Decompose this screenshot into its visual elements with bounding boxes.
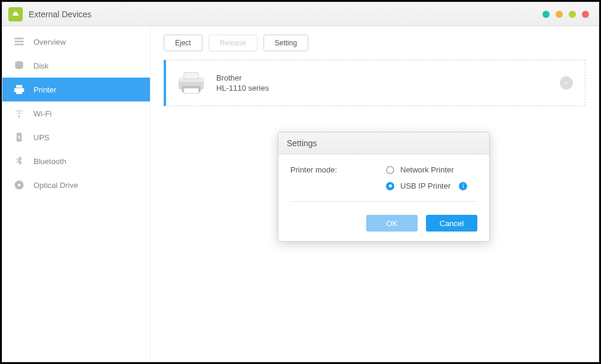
svg-rect-4 — [15, 44, 24, 45]
sidebar-item-printer[interactable]: Printer — [2, 78, 150, 101]
window-title: External Devices — [29, 10, 91, 19]
sidebar-item-overview[interactable]: Overview — [2, 30, 150, 54]
sidebar-item-label: UPS — [33, 133, 50, 142]
device-row[interactable]: Brother HL-1110 series — [164, 60, 585, 106]
svg-rect-3 — [15, 41, 24, 42]
sidebar-item-disk[interactable]: Disk — [2, 54, 150, 78]
window-dot-lime[interactable] — [569, 11, 576, 18]
dialog-title: Settings — [278, 132, 489, 155]
svg-rect-2 — [15, 38, 24, 39]
release-button: Release — [208, 35, 257, 51]
chevron-down-icon[interactable] — [560, 76, 573, 90]
window-dot-orange[interactable] — [556, 11, 563, 18]
window-dot-teal[interactable] — [542, 11, 550, 18]
sidebar-item-label: Printer — [33, 85, 56, 94]
sidebar-item-bluetooth[interactable]: Bluetooth — [2, 149, 150, 173]
overview-icon — [13, 36, 25, 48]
svg-rect-0 — [13, 13, 18, 15]
info-icon[interactable]: i — [459, 182, 467, 190]
cancel-button[interactable]: Cancel — [426, 215, 477, 232]
optical-icon — [13, 179, 25, 191]
disk-icon — [13, 60, 25, 72]
printer-mode-label: Printer mode: — [290, 165, 386, 190]
settings-dialog: Settings Printer mode: Network Printer U… — [278, 132, 490, 242]
device-model: HL-1110 series — [216, 84, 269, 92]
window-controls — [542, 11, 593, 18]
radio-checked-icon — [386, 182, 394, 190]
printer-icon — [13, 84, 25, 95]
ups-icon — [13, 131, 25, 143]
option-usb-ip-printer[interactable]: USB IP Printer i — [386, 181, 467, 190]
sidebar-item-wifi[interactable]: Wi-Fi — [2, 101, 150, 125]
sidebar-item-label: Disk — [33, 61, 48, 70]
device-printer-icon — [174, 69, 208, 97]
sidebar-item-optical[interactable]: Optical Drive — [2, 173, 150, 197]
setting-button[interactable]: Setting — [263, 35, 308, 51]
option-network-printer[interactable]: Network Printer — [386, 165, 467, 174]
device-text: Brother HL-1110 series — [216, 73, 269, 92]
eject-button[interactable]: Eject — [164, 35, 203, 51]
option-label: USB IP Printer — [400, 181, 450, 190]
svg-point-5 — [15, 61, 23, 64]
dialog-separator — [290, 201, 477, 202]
sidebar: Overview Disk Printer Wi-Fi — [2, 26, 151, 362]
svg-rect-13 — [184, 88, 199, 94]
svg-point-8 — [18, 184, 20, 186]
wifi-icon — [13, 107, 25, 119]
sidebar-item-ups[interactable]: UPS — [2, 125, 150, 149]
toolbar: Eject Release Setting — [164, 35, 585, 51]
titlebar: External Devices — [2, 2, 599, 26]
bluetooth-icon — [13, 155, 25, 167]
svg-rect-11 — [184, 73, 199, 79]
radio-unchecked-icon — [386, 166, 394, 174]
sidebar-item-label: Bluetooth — [33, 157, 66, 166]
sidebar-item-label: Optical Drive — [33, 181, 78, 190]
sidebar-item-label: Wi-Fi — [33, 109, 51, 118]
window-dot-red[interactable] — [582, 11, 589, 18]
ok-button[interactable]: OK — [366, 215, 418, 232]
sidebar-item-label: Overview — [33, 38, 66, 47]
svg-rect-1 — [14, 11, 17, 13]
option-label: Network Printer — [400, 165, 454, 174]
app-icon — [8, 7, 23, 21]
device-brand: Brother — [216, 73, 269, 82]
